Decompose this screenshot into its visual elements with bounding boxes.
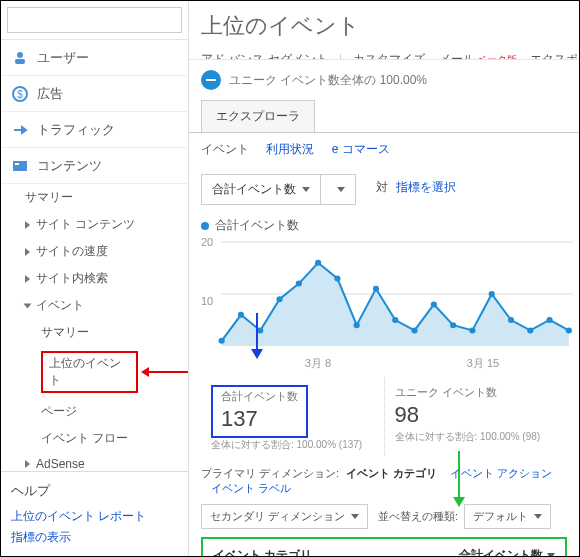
- chevron-down-icon: [351, 514, 359, 519]
- caret-icon: [25, 248, 30, 256]
- label: 合計イベント数: [212, 181, 296, 198]
- chevron-down-icon: [534, 514, 542, 519]
- sum-right-sub: 全体に対する割合: 100.00% (98): [395, 430, 568, 444]
- events-flow[interactable]: イベント フロー: [1, 425, 188, 452]
- toolbar: アド バンス セグメント | カスタマイズ メールベータ版 エクスポート ▾ マ…: [189, 47, 579, 60]
- page-title: 上位のイベント: [189, 1, 579, 47]
- sum-right-label: ユニーク イベント数: [395, 385, 568, 400]
- tab-explorer[interactable]: エクスプローラ: [201, 100, 315, 132]
- svg-point-22: [469, 327, 475, 333]
- content-site-content[interactable]: サイト コンテンツ: [1, 211, 188, 238]
- xtick-1: 3月 8: [305, 356, 331, 371]
- adv-segment-button[interactable]: アド バンス セグメント: [201, 52, 328, 60]
- label: サイト コンテンツ: [36, 216, 135, 233]
- nav-content-label: コンテンツ: [37, 157, 102, 175]
- svg-point-15: [334, 275, 340, 281]
- export-button[interactable]: エクスポート ▾: [530, 52, 579, 60]
- summary-total-events: 合計イベント数 137 全体に対する割合: 100.00% (137): [201, 377, 385, 456]
- subtab-usage[interactable]: 利用状況: [266, 142, 314, 156]
- customize-button[interactable]: カスタマイズ: [353, 52, 425, 60]
- search-input[interactable]: [7, 7, 182, 33]
- mail-button[interactable]: メール: [439, 52, 475, 60]
- metric-main-button[interactable]: 合計イベント数: [202, 175, 321, 204]
- secondary-dim-button[interactable]: セカンダリ ディメンション: [201, 504, 368, 529]
- label: セカンダリ ディメンション: [210, 509, 345, 524]
- chevron-down-icon: [337, 187, 345, 192]
- nav-traffic-label: トラフィック: [37, 121, 115, 139]
- nav-user[interactable]: ユーザー: [1, 40, 188, 76]
- label: ページ: [41, 403, 77, 420]
- caret-icon: [25, 460, 30, 468]
- label: 上位のイベント: [49, 356, 121, 387]
- chevron-down-icon: [302, 187, 310, 192]
- label: サイト内検索: [36, 270, 108, 287]
- label: デフォルト: [473, 509, 528, 524]
- label: サマリー: [41, 324, 89, 341]
- svg-point-0: [17, 52, 23, 58]
- label: 合計イベント数: [459, 548, 543, 556]
- help-link-top-events[interactable]: 上位のイベント レポート: [11, 506, 178, 527]
- label: AdSense: [36, 457, 85, 471]
- nav-content[interactable]: コンテンツ: [1, 148, 188, 184]
- content-site-speed[interactable]: サイトの速度: [1, 238, 188, 265]
- sum-left-label: 合計イベント数: [221, 389, 298, 404]
- content-adsense[interactable]: AdSense: [1, 452, 188, 471]
- nav-ads[interactable]: $ 広告: [1, 76, 188, 112]
- primary-dimension-row: プライマリ ディメンション: イベント カテゴリ イベント アクション イベント…: [201, 466, 567, 496]
- svg-point-25: [527, 327, 533, 333]
- events-summary[interactable]: サマリー: [1, 319, 188, 346]
- events-top-events[interactable]: 上位のイベント: [1, 346, 188, 398]
- label: サイトの速度: [36, 243, 108, 260]
- svg-point-24: [508, 317, 514, 323]
- svg-point-10: [238, 312, 244, 318]
- svg-point-21: [450, 322, 456, 328]
- primary-dim-active[interactable]: イベント カテゴリ: [346, 467, 437, 479]
- legend-dot-icon: [201, 222, 209, 230]
- events-table-highlight: イベント カテゴリ 合計イベント数 1. JOB 137: [201, 537, 567, 556]
- label: イベント: [36, 297, 84, 314]
- nav-traffic[interactable]: トラフィック: [1, 112, 188, 148]
- svg-point-17: [373, 286, 379, 292]
- col-total-events[interactable]: 合計イベント数: [387, 539, 565, 556]
- sidebar: ユーザー $ 広告 トラフィック コンテンツ サマリー サイト コンテンツ サイ…: [1, 1, 189, 556]
- metric-selector: 合計イベント数: [201, 174, 356, 205]
- svg-point-18: [392, 317, 398, 323]
- svg-point-20: [431, 301, 437, 307]
- dim-event-label[interactable]: イベント ラベル: [211, 482, 291, 494]
- main: 上位のイベント アド バンス セグメント | カスタマイズ メールベータ版 エク…: [189, 1, 579, 556]
- content-site-search[interactable]: サイト内検索: [1, 265, 188, 292]
- svg-rect-1: [15, 59, 25, 64]
- vs-label: 対: [376, 179, 388, 196]
- segment-line: ユニーク イベント数全体の 100.00%: [189, 60, 579, 100]
- ytick-10: 10: [201, 295, 213, 307]
- sort-type-button[interactable]: デフォルト: [464, 504, 551, 529]
- secondary-row: セカンダリ ディメンション 並べ替えの種類: デフォルト: [201, 504, 567, 529]
- content-summary[interactable]: サマリー: [1, 184, 188, 211]
- tab-container: エクスプローラ: [201, 100, 567, 132]
- dim-event-action[interactable]: イベント アクション: [450, 467, 552, 479]
- caret-icon: [25, 221, 30, 229]
- search-box: [1, 1, 188, 40]
- help-link-metrics[interactable]: 指標の表示: [11, 527, 178, 548]
- svg-point-16: [354, 322, 360, 328]
- subtab-event[interactable]: イベント: [201, 142, 249, 156]
- svg-point-26: [546, 317, 552, 323]
- subtab-ecommerce[interactable]: e コマース: [332, 142, 390, 156]
- metric-toggle-button[interactable]: [321, 181, 355, 198]
- chart-legend: 合計イベント数: [201, 217, 567, 234]
- label: サマリー: [25, 189, 73, 206]
- summary-unique-events: ユニーク イベント数 98 全体に対する割合: 100.00% (98): [385, 377, 568, 456]
- red-arrow-annotation: [144, 371, 188, 373]
- events-pages[interactable]: ページ: [1, 398, 188, 425]
- svg-rect-5: [15, 163, 19, 165]
- svg-point-27: [566, 327, 572, 333]
- content-events[interactable]: イベント: [1, 292, 188, 319]
- blue-highlight: 合計イベント数 137: [211, 385, 308, 438]
- sum-left-value: 137: [221, 406, 298, 432]
- nav-ads-label: 広告: [37, 85, 63, 103]
- dollar-icon: $: [11, 87, 29, 101]
- svg-point-14: [315, 260, 321, 266]
- col-event-category[interactable]: イベント カテゴリ: [203, 539, 387, 556]
- choose-metric-link[interactable]: 指標を選択: [396, 179, 456, 196]
- svg-point-11: [257, 327, 263, 333]
